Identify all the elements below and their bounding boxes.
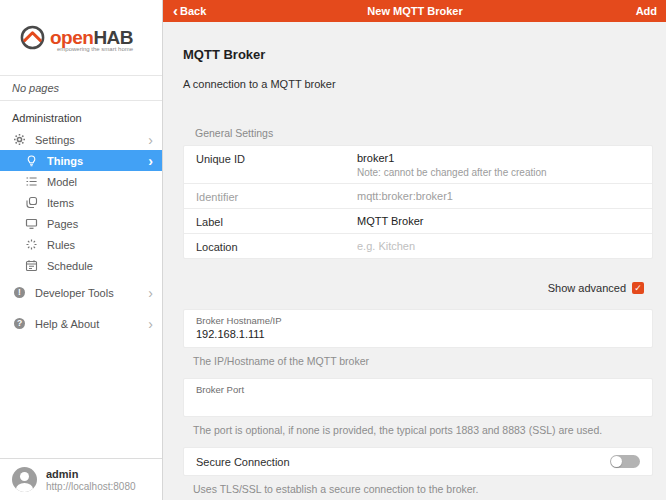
location-label: Location (196, 240, 357, 253)
spark-icon (25, 238, 38, 251)
label-value (357, 215, 640, 227)
location-row: Location (184, 233, 652, 258)
sidebar: openHAB empowering the smart home No pag… (0, 0, 163, 500)
top-navbar: ‹ Back New MQTT Broker Add (163, 0, 666, 22)
show-advanced-label: Show advanced (548, 282, 626, 294)
toggle-knob (611, 456, 622, 467)
user-url: http://localhost:8080 (46, 481, 136, 492)
label-input[interactable] (357, 215, 640, 227)
unique-id-value: Note: cannot be changed after the creati… (357, 152, 640, 178)
secure-connection-description: Uses TLS/SSL to establish a secure conne… (193, 483, 653, 495)
chevron-right-icon: › (144, 154, 153, 168)
navbar-left: ‹ Back (173, 5, 367, 18)
exclamation-circle-icon: ! (13, 286, 26, 299)
logo-area: openHAB empowering the smart home (0, 0, 162, 75)
main-panel: ‹ Back New MQTT Broker Add MQTT Broker A… (163, 0, 666, 500)
chevron-right-icon: › (144, 286, 153, 300)
thing-type-description: A connection to a MQTT broker (183, 78, 653, 90)
sidebar-item-things[interactable]: Things › (0, 150, 162, 171)
sidebar-item-label: Model (47, 176, 153, 188)
openhab-logo[interactable]: openHAB empowering the smart home (19, 24, 133, 51)
location-input[interactable] (357, 240, 640, 252)
unique-id-label: Unique ID (196, 152, 357, 165)
back-label: Back (180, 5, 206, 17)
openhab-house-icon (19, 24, 46, 51)
copy-icon (25, 196, 38, 209)
sidebar-item-model[interactable]: Model (0, 171, 162, 192)
user-account[interactable]: admin http://localhost:8080 (0, 458, 162, 500)
sidebar-item-help-about[interactable]: ? Help & About › (0, 309, 162, 338)
location-value (357, 240, 640, 252)
sidebar-item-label: Items (47, 197, 153, 209)
sidebar-item-label: Rules (47, 239, 153, 251)
sidebar-item-label: Pages (47, 218, 153, 230)
question-circle-icon: ? (13, 317, 26, 330)
label-label: Label (196, 215, 357, 228)
broker-hostname-input[interactable] (196, 328, 640, 340)
identifier-row: Identifier (184, 183, 652, 208)
gear-icon (13, 133, 26, 146)
calendar-icon (25, 259, 38, 272)
svg-text:?: ? (17, 318, 22, 328)
user-info: admin http://localhost:8080 (46, 468, 136, 492)
broker-port-input[interactable] (196, 397, 640, 409)
back-button[interactable]: ‹ Back (173, 5, 206, 18)
broker-port-card: Broker Port (183, 378, 653, 417)
broker-port-label: Broker Port (196, 384, 640, 395)
sidebar-item-label: Schedule (47, 260, 153, 272)
label-row: Label (184, 208, 652, 233)
general-settings-card: Unique ID Note: cannot be changed after … (183, 145, 653, 259)
lightbulb-icon (25, 154, 38, 167)
logo-hab: HAB (93, 27, 133, 48)
no-pages-label: No pages (0, 75, 162, 101)
unique-id-input[interactable] (357, 152, 640, 164)
secure-connection-card: Secure Connection (183, 447, 653, 476)
user-name: admin (46, 468, 136, 480)
logo-open: open (50, 27, 93, 48)
show-advanced-checkbox[interactable]: ✓ (632, 282, 644, 294)
monitor-icon (25, 217, 38, 230)
thing-type-heading: MQTT Broker (183, 47, 653, 62)
unique-id-row: Unique ID Note: cannot be changed after … (184, 146, 652, 183)
app-window: openHAB empowering the smart home No pag… (0, 0, 666, 500)
broker-hostname-label: Broker Hostname/IP (196, 315, 640, 326)
sidebar-item-label: Settings (35, 134, 144, 146)
sidebar-item-label: Things (47, 155, 144, 167)
chevron-right-icon: › (144, 133, 153, 147)
identifier-input (357, 190, 640, 202)
identifier-value (357, 190, 640, 202)
broker-port-description: The port is optional, if none is provide… (193, 424, 653, 436)
general-settings-section-label: General Settings (195, 127, 653, 139)
sidebar-nav: Settings › Things › (0, 129, 162, 338)
secure-connection-label: Secure Connection (196, 456, 610, 468)
unique-id-note: Note: cannot be changed after the creati… (357, 167, 640, 178)
sidebar-item-pages[interactable]: Pages (0, 213, 162, 234)
svg-text:!: ! (18, 287, 21, 297)
sitemap-icon (25, 175, 38, 188)
broker-hostname-description: The IP/Hostname of the MQTT broker (193, 355, 653, 367)
admin-section-label: Administration (0, 101, 162, 129)
sidebar-item-items[interactable]: Items (0, 192, 162, 213)
page-title: New MQTT Broker (367, 5, 462, 17)
logo-tagline: empowering the smart home (57, 46, 133, 52)
sidebar-item-label: Help & About (35, 318, 144, 330)
add-button[interactable]: Add (636, 5, 657, 17)
secure-connection-toggle[interactable] (610, 455, 640, 468)
avatar (12, 467, 37, 492)
page-content: MQTT Broker A connection to a MQTT broke… (163, 22, 666, 500)
sidebar-item-developer-tools[interactable]: ! Developer Tools › (0, 278, 162, 307)
sidebar-item-settings[interactable]: Settings › (0, 129, 162, 150)
sidebar-item-schedule[interactable]: Schedule (0, 255, 162, 276)
sidebar-spacer (0, 338, 162, 458)
sidebar-item-rules[interactable]: Rules (0, 234, 162, 255)
logo-text: openHAB empowering the smart home (50, 28, 133, 47)
chevron-left-icon: ‹ (173, 3, 178, 18)
sidebar-item-label: Developer Tools (35, 287, 144, 299)
navbar-right: Add (463, 5, 657, 17)
identifier-label: Identifier (196, 190, 357, 203)
show-advanced-row: Show advanced ✓ (183, 282, 644, 294)
chevron-right-icon: › (144, 317, 153, 331)
broker-hostname-card: Broker Hostname/IP (183, 309, 653, 348)
